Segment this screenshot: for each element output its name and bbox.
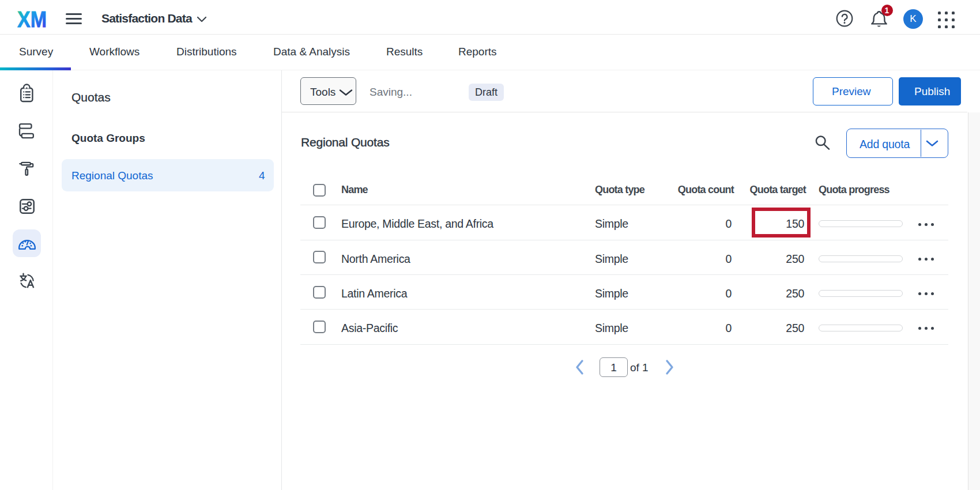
svg-text:XM: XM (17, 10, 47, 28)
